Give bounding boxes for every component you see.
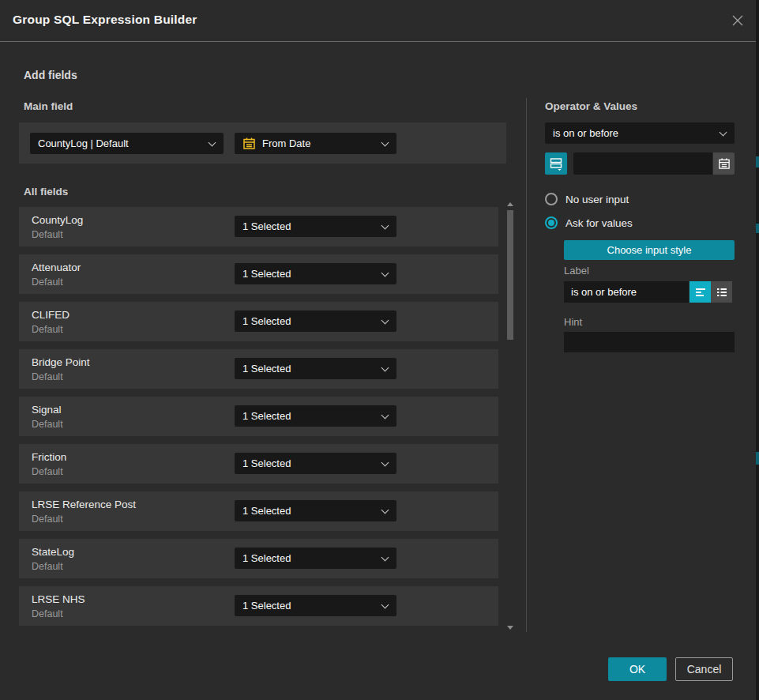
list-input-style-icon [716,286,728,299]
value-list-picker-icon [549,156,563,171]
add-fields-heading: Add fields [24,69,77,81]
field-selected-value: 1 Selected [242,315,291,327]
background-fragment [756,156,759,167]
field-row: Friction Default 1 Selected [19,444,498,484]
field-selected-dropdown[interactable]: 1 Selected [235,453,396,474]
chevron-down-icon [209,138,216,146]
text-input-style-icon [694,286,707,299]
dialog-title: Group SQL Expression Builder [13,13,197,27]
no-user-input-radio[interactable]: No user input [545,193,629,205]
field-selected-dropdown[interactable]: 1 Selected [235,310,396,332]
chevron-down-icon [381,600,389,608]
field-selected-value: 1 Selected [242,552,291,564]
field-row: LRSE Reference Post Default 1 Selected [19,491,498,531]
main-field-heading: Main field [24,100,73,112]
scrollbar-thumb[interactable] [507,210,513,340]
text-input-style-button[interactable] [689,281,711,303]
field-selected-dropdown[interactable]: 1 Selected [235,405,396,427]
chevron-down-icon [381,553,389,561]
chevron-down-icon [381,506,389,514]
group-sql-expression-builder-dialog: Group SQL Expression Builder Add fields … [0,0,756,700]
field-selected-dropdown[interactable]: 1 Selected [235,263,396,284]
main-field-panel: CountyLog | Default From Date [19,122,506,164]
field-name: Friction [32,451,66,463]
date-picker-button[interactable] [713,152,735,175]
field-name: StateLog [32,546,74,558]
value-date-input[interactable] [573,152,712,175]
cancel-button[interactable]: Cancel [675,657,733,681]
hint-caption: Hint [564,316,582,328]
operator-values-heading: Operator & Values [545,100,637,112]
field-subtitle: Default [32,514,63,525]
scrollbar-down-arrow[interactable] [507,626,513,630]
field-selected-dropdown[interactable]: 1 Selected [235,358,396,379]
field-row: CLIFED Default 1 Selected [19,302,498,341]
chevron-down-icon [381,221,389,229]
field-row: StateLog Default 1 Selected [19,539,498,578]
field-name: LRSE Reference Post [32,499,136,510]
operator-dropdown-value: is on or before [553,127,618,139]
dataset-dropdown-value: CountyLog | Default [38,137,129,149]
field-subtitle: Default [32,466,63,477]
field-selected-dropdown[interactable]: 1 Selected [235,216,396,237]
field-subtitle: Default [32,324,63,335]
ok-button[interactable]: OK [608,657,667,681]
field-row: LRSE NHS Default 1 Selected [19,586,498,626]
hint-input[interactable] [564,332,735,352]
field-selected-value: 1 Selected [242,410,291,422]
all-fields-list: CountyLog Default 1 Selected Attenuator … [19,207,498,634]
no-user-input-label: No user input [565,194,629,205]
dataset-dropdown[interactable]: CountyLog | Default [30,133,224,154]
field-selected-dropdown[interactable]: 1 Selected [235,548,396,569]
chevron-down-icon [381,458,389,466]
field-subtitle: Default [32,277,63,288]
field-subtitle: Default [32,419,63,430]
field-selected-dropdown[interactable]: 1 Selected [235,500,396,521]
chevron-down-icon [381,269,389,277]
close-icon [730,13,746,28]
title-divider [0,41,756,42]
calendar-icon [718,157,731,170]
field-name: CLIFED [32,309,70,321]
ask-for-values-radio[interactable]: Ask for values [545,216,633,229]
background-page-strip [756,0,759,700]
value-list-picker-button[interactable] [545,152,567,175]
field-selected-dropdown[interactable]: 1 Selected [235,595,396,616]
field-row: Bridge Point Default 1 Selected [19,349,498,389]
chevron-down-icon [381,363,389,371]
field-name: Signal [32,404,62,416]
field-name: LRSE NHS [32,593,85,605]
radio-unselected-icon [545,193,558,205]
chevron-down-icon [381,411,389,419]
radio-selected-icon [545,216,558,229]
list-input-style-button[interactable] [711,281,732,303]
close-button[interactable] [729,12,746,29]
calendar-icon [242,137,256,150]
all-fields-heading: All fields [24,186,68,198]
field-subtitle: Default [32,608,63,619]
field-subtitle: Default [32,371,63,382]
field-subtitle: Default [32,229,63,240]
ask-for-values-label: Ask for values [565,217,633,229]
field-selected-value: 1 Selected [242,457,291,469]
field-subtitle: Default [32,561,63,572]
main-field-dropdown[interactable]: From Date [235,133,396,154]
label-input[interactable] [564,281,689,303]
field-name: Attenuator [32,262,81,273]
chevron-down-icon [720,128,727,136]
field-selected-value: 1 Selected [242,268,291,280]
chevron-down-icon [381,138,389,146]
operator-dropdown[interactable]: is on or before [545,122,735,144]
background-fragment [756,452,759,465]
field-row: Signal Default 1 Selected [19,397,498,436]
field-selected-value: 1 Selected [242,600,291,612]
background-fragment [756,224,759,233]
field-selected-value: 1 Selected [242,363,291,374]
choose-input-style-button[interactable]: Choose input style [564,240,735,260]
section-divider [526,98,527,632]
dialog-titlebar: Group SQL Expression Builder [0,0,756,41]
field-name: CountyLog [32,214,83,226]
field-selected-value: 1 Selected [242,220,291,232]
scrollbar-up-arrow[interactable] [507,202,513,206]
field-selected-value: 1 Selected [242,505,291,517]
